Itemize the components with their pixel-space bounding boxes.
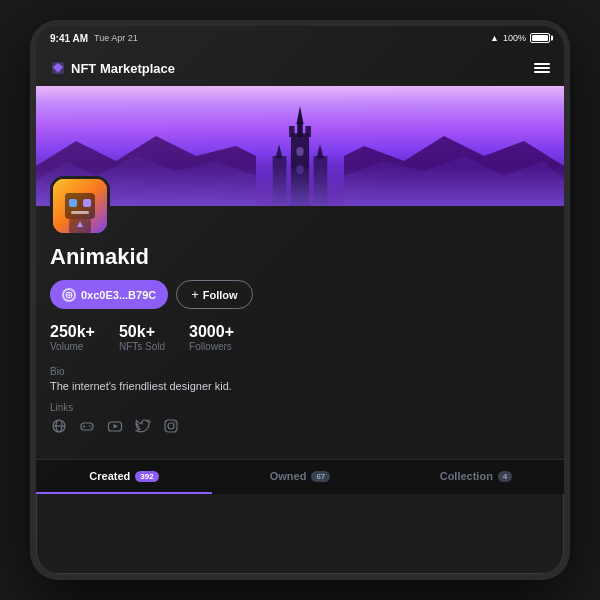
diamond-icon xyxy=(50,60,66,76)
instagram-icon[interactable] xyxy=(162,417,180,435)
wallet-icon xyxy=(62,288,76,302)
status-date: Tue Apr 21 xyxy=(94,33,138,43)
app-logo: NFT Marketplace xyxy=(50,60,175,76)
gamepad-icon[interactable] xyxy=(78,417,96,435)
avatar xyxy=(50,176,110,236)
battery-fill xyxy=(532,35,548,41)
svg-rect-15 xyxy=(296,147,303,156)
menu-button[interactable] xyxy=(534,63,550,73)
stat-followers: 3000+ Followers xyxy=(189,323,234,352)
svg-rect-9 xyxy=(305,126,310,137)
stat-nfts-sold: 50k+ NFTs Sold xyxy=(119,323,165,352)
app-title: NFT Marketplace xyxy=(71,61,175,76)
svg-rect-19 xyxy=(69,199,77,207)
tab-created-label: Created xyxy=(89,470,130,482)
svg-marker-10 xyxy=(296,106,303,124)
follow-label: Follow xyxy=(203,289,238,301)
tab-owned-label: Owned xyxy=(270,470,307,482)
avatar-inner xyxy=(53,179,107,233)
tab-collection-label: Collection xyxy=(440,470,493,482)
wifi-icon: ▲ xyxy=(490,33,499,43)
bio-text: The internet's friendliest designer kid. xyxy=(50,380,550,392)
svg-rect-20 xyxy=(83,199,91,207)
menu-line-1 xyxy=(534,63,550,65)
tab-owned-badge: 67 xyxy=(311,471,330,482)
svg-marker-36 xyxy=(114,424,119,429)
battery-icon xyxy=(530,33,550,43)
battery-percent: 100% xyxy=(503,33,526,43)
bio-label: Bio xyxy=(50,366,550,377)
stat-nfts-sold-value: 50k+ xyxy=(119,323,165,341)
svg-rect-21 xyxy=(71,211,89,214)
svg-point-33 xyxy=(89,425,90,426)
svg-marker-13 xyxy=(275,144,282,159)
mist-layer xyxy=(36,166,564,206)
username: Animakid xyxy=(50,244,550,270)
tab-collection-badge: 4 xyxy=(498,471,512,482)
svg-point-34 xyxy=(90,426,91,427)
tab-created-badge: 392 xyxy=(135,471,158,482)
status-icons: ▲ 100% xyxy=(490,33,550,43)
follow-button[interactable]: + Follow xyxy=(176,280,252,309)
stat-nfts-sold-label: NFTs Sold xyxy=(119,341,165,352)
svg-rect-7 xyxy=(289,126,294,137)
stat-followers-label: Followers xyxy=(189,341,234,352)
youtube-icon[interactable] xyxy=(106,417,124,435)
follow-plus: + xyxy=(191,287,199,302)
status-bar: 9:41 AM Tue Apr 21 ▲ 100% xyxy=(36,26,564,50)
twitter-icon[interactable] xyxy=(134,417,152,435)
wallet-button[interactable]: 0xc0E3...B79C xyxy=(50,280,168,309)
svg-point-38 xyxy=(168,423,174,429)
social-icons xyxy=(50,417,550,435)
app-header: NFT Marketplace xyxy=(36,50,564,86)
stats-row: 250k+ Volume 50k+ NFTs Sold 3000+ Follow… xyxy=(50,323,550,352)
tabs-bar: Created 392 Owned 67 Collection 4 xyxy=(36,459,564,494)
tab-collection[interactable]: Collection 4 xyxy=(388,460,564,494)
svg-rect-8 xyxy=(297,122,302,137)
globe-icon[interactable] xyxy=(50,417,68,435)
links-label: Links xyxy=(50,402,550,413)
menu-line-2 xyxy=(534,67,550,69)
stat-volume-value: 250k+ xyxy=(50,323,95,341)
links-section: Links xyxy=(50,402,550,435)
tab-owned[interactable]: Owned 67 xyxy=(212,460,388,494)
menu-line-3 xyxy=(534,71,550,73)
status-time: 9:41 AM xyxy=(50,33,88,44)
wallet-svg xyxy=(65,291,73,299)
wallet-address: 0xc0E3...B79C xyxy=(81,289,156,301)
stat-volume: 250k+ Volume xyxy=(50,323,95,352)
action-buttons: 0xc0E3...B79C + Follow xyxy=(50,280,550,309)
bio-section: Bio The internet's friendliest designer … xyxy=(50,366,550,392)
svg-rect-37 xyxy=(165,420,177,432)
tab-created[interactable]: Created 392 xyxy=(36,460,212,494)
avatar-image xyxy=(53,179,107,233)
stat-followers-value: 3000+ xyxy=(189,323,234,341)
svg-point-39 xyxy=(174,422,176,424)
svg-marker-14 xyxy=(316,144,323,159)
stat-volume-label: Volume xyxy=(50,341,95,352)
hero-banner xyxy=(36,86,564,206)
profile-section: Animakid 0xc0E3...B79C + Follow xyxy=(36,176,564,459)
device-frame: 9:41 AM Tue Apr 21 ▲ 100% NFT Marketplac… xyxy=(30,20,570,580)
